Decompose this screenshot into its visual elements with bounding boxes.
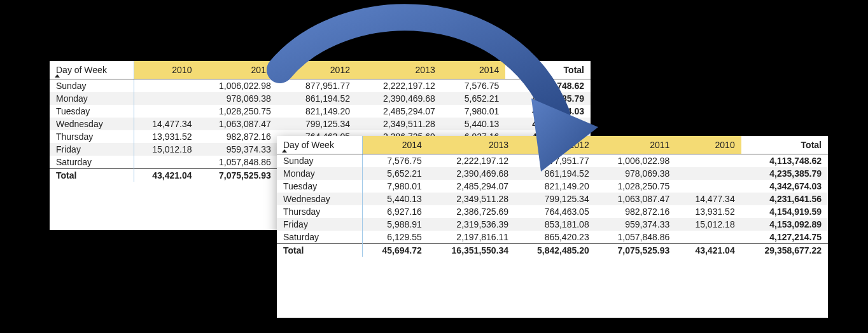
data-cell: 982,872.16 <box>198 130 277 143</box>
data-cell: 2,485,294.07 <box>356 105 442 118</box>
data-cell: 1,028,250.75 <box>198 105 277 118</box>
year-header: 2010 <box>676 136 741 154</box>
total-header: Total <box>505 61 591 79</box>
row-label: Saturday <box>50 156 134 169</box>
table-row: Saturday6,129.552,197,816.11865,420.231,… <box>277 231 828 244</box>
row-label: Friday <box>50 143 134 156</box>
row-total: 4,127,214.75 <box>741 231 828 244</box>
year-header: 2010 <box>134 61 198 79</box>
data-cell: 1,006,022.98 <box>198 79 277 93</box>
table-row: Friday5,988.912,319,536.39853,181.08959,… <box>277 218 828 231</box>
data-cell: 13,931.52 <box>676 205 741 218</box>
data-cell: 5,988.91 <box>363 218 428 231</box>
data-cell: 959,374.33 <box>198 143 277 156</box>
row-label: Wednesday <box>50 118 134 130</box>
data-cell: 2,390,469.68 <box>428 167 515 180</box>
data-cell: 6,927.16 <box>363 205 428 218</box>
year-header: 2014 <box>363 136 428 154</box>
data-cell: 7,980.01 <box>442 105 505 118</box>
data-cell: 764,463.05 <box>515 205 596 218</box>
data-cell: 7,576.75 <box>363 154 428 168</box>
data-cell <box>134 156 198 169</box>
data-cell <box>676 231 741 244</box>
row-label: Thursday <box>50 130 134 143</box>
row-total: 4,235,385.79 <box>741 167 828 180</box>
data-cell: 5,440.13 <box>442 118 505 130</box>
data-cell: 853,181.08 <box>515 218 596 231</box>
row-label: Total <box>50 169 134 182</box>
table-body-right: Sunday7,576.752,222,197.12877,951.771,00… <box>277 154 828 257</box>
data-cell <box>676 180 741 193</box>
table-row: Thursday6,927.162,386,725.69764,463.0598… <box>277 205 828 218</box>
row-total: 4,231,641.56 <box>741 193 828 205</box>
data-cell: 7,980.01 <box>363 180 428 193</box>
data-cell: 6,129.55 <box>363 231 428 244</box>
data-cell: 959,374.33 <box>596 218 676 231</box>
row-total: 4,113,748.62 <box>741 154 828 168</box>
row-header-label: Day of Week <box>50 61 134 79</box>
year-header: 2012 <box>515 136 596 154</box>
data-cell <box>134 105 198 118</box>
data-cell: 865,420.23 <box>515 231 596 244</box>
data-cell: 14,477.34 <box>676 193 741 205</box>
year-header: 2014 <box>442 61 505 79</box>
data-cell <box>676 154 741 168</box>
row-total: 4,342,674.03 <box>505 105 591 118</box>
table-row: Sunday7,576.752,222,197.12877,951.771,00… <box>277 154 828 168</box>
data-cell: 861,194.52 <box>515 167 596 180</box>
data-cell: 1,028,250.75 <box>596 180 676 193</box>
row-label: Sunday <box>277 154 363 168</box>
table-row: Tuesday7,980.012,485,294.07821,149.201,0… <box>277 180 828 193</box>
column-headers: Day of Week 2010 2011 2012 2013 2014 Tot… <box>50 61 591 79</box>
data-cell: 799,125.34 <box>515 193 596 205</box>
table-row: Tuesday1,028,250.75821,149.202,485,294.0… <box>50 105 591 118</box>
data-cell: 2,485,294.07 <box>428 180 515 193</box>
row-label: Tuesday <box>50 105 134 118</box>
column-total: 43,421.04 <box>134 169 198 182</box>
table-row: Monday5,652.212,390,469.68861,194.52978,… <box>277 167 828 180</box>
row-label: Saturday <box>277 231 363 244</box>
row-total: 4,154,919.59 <box>741 205 828 218</box>
data-cell: 877,951.77 <box>515 154 596 168</box>
data-cell: 821,149.20 <box>277 105 356 118</box>
year-header: 2011 <box>596 136 676 154</box>
data-cell: 978,069.38 <box>198 92 277 105</box>
data-cell: 877,951.77 <box>277 79 356 93</box>
data-cell: 2,222,197.12 <box>428 154 515 168</box>
row-label: Total <box>277 244 363 257</box>
data-cell: 2,319,536.39 <box>428 218 515 231</box>
row-total: 4,231,641.56 <box>505 118 591 130</box>
data-cell: 5,440.13 <box>363 193 428 205</box>
data-cell: 1,063,087.47 <box>596 193 676 205</box>
data-cell <box>134 92 198 105</box>
row-label: Monday <box>277 167 363 180</box>
row-header-label: Day of Week <box>277 136 363 154</box>
year-header: 2011 <box>198 61 277 79</box>
data-cell: 5,652.21 <box>363 167 428 180</box>
column-total: 5,842,485.20 <box>515 244 596 257</box>
data-cell: 1,006,022.98 <box>596 154 676 168</box>
row-total: 4,342,674.03 <box>741 180 828 193</box>
column-total: 45,694.72 <box>363 244 428 257</box>
data-cell: 2,349,511.28 <box>428 193 515 205</box>
row-label: Thursday <box>277 205 363 218</box>
data-cell: 5,652.21 <box>442 92 505 105</box>
table-row: Wednesday14,477.341,063,087.47799,125.34… <box>50 118 591 130</box>
data-cell: 15,012.18 <box>676 218 741 231</box>
data-cell: 2,390,469.68 <box>356 92 442 105</box>
column-total: 43,421.04 <box>676 244 741 257</box>
data-cell: 821,149.20 <box>515 180 596 193</box>
year-header: 2013 <box>356 61 442 79</box>
year-header: 2012 <box>277 61 356 79</box>
data-cell: 15,012.18 <box>134 143 198 156</box>
row-label: Monday <box>50 92 134 105</box>
data-cell: 861,194.52 <box>277 92 356 105</box>
year-header: 2013 <box>428 136 515 154</box>
column-total: 16,351,550.34 <box>428 244 515 257</box>
table-row: Wednesday5,440.132,349,511.28799,125.341… <box>277 193 828 205</box>
data-cell: 7,576.75 <box>442 79 505 93</box>
matrix-table: Day of Week 2014 2013 2012 2011 2010 Tot… <box>277 136 828 257</box>
row-total: 4,153,092.89 <box>741 218 828 231</box>
data-cell: 799,125.34 <box>277 118 356 130</box>
data-cell: 14,477.34 <box>134 118 198 130</box>
